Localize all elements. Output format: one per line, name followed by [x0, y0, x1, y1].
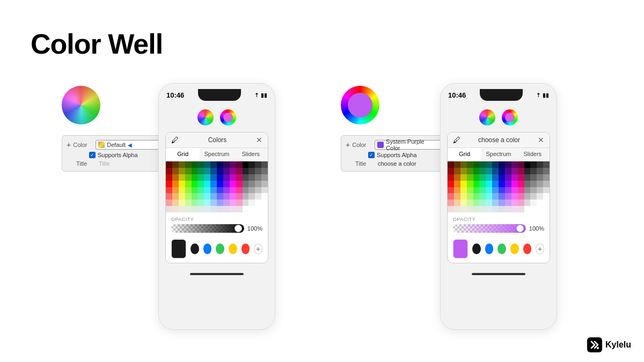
color-cell[interactable]: [210, 187, 217, 194]
color-cell[interactable]: [217, 187, 223, 194]
swatch-current-right[interactable]: [453, 239, 468, 258]
color-cell[interactable]: [460, 168, 467, 174]
color-cell[interactable]: [473, 168, 480, 174]
color-cell[interactable]: [473, 161, 480, 168]
color-cell[interactable]: [543, 181, 550, 187]
color-cell[interactable]: [166, 161, 172, 168]
color-cell[interactable]: [518, 206, 524, 212]
color-cell[interactable]: [192, 187, 198, 194]
color-value-right[interactable]: System Purple Color ◀: [375, 140, 449, 150]
color-ring-right[interactable]: [341, 86, 379, 124]
swatch-black-right[interactable]: [472, 243, 481, 254]
color-cell[interactable]: [166, 193, 172, 200]
color-cell[interactable]: [179, 187, 185, 194]
color-cell[interactable]: [454, 168, 460, 174]
color-cell[interactable]: [505, 187, 511, 194]
color-cell[interactable]: [236, 187, 243, 194]
color-sphere-left[interactable]: [62, 86, 174, 124]
color-cell[interactable]: [467, 206, 473, 212]
color-cell[interactable]: [217, 181, 223, 187]
color-cell[interactable]: [248, 161, 255, 168]
color-cell[interactable]: [243, 168, 249, 174]
color-cell[interactable]: [524, 193, 531, 200]
color-cell[interactable]: [530, 181, 537, 187]
color-cell[interactable]: [499, 193, 505, 200]
color-cell[interactable]: [261, 181, 268, 187]
color-cell[interactable]: [236, 168, 243, 174]
color-cell[interactable]: [543, 168, 550, 174]
color-cell[interactable]: [223, 193, 230, 200]
color-cell[interactable]: [243, 206, 249, 212]
add-swatch-right[interactable]: +: [536, 243, 544, 254]
swatch-blue-left[interactable]: [203, 243, 212, 254]
color-cell[interactable]: [248, 181, 255, 187]
color-cell[interactable]: [467, 161, 473, 168]
color-cell[interactable]: [499, 206, 505, 212]
color-cell[interactable]: [511, 174, 518, 181]
color-cell[interactable]: [230, 206, 236, 212]
plus-icon-right[interactable]: +: [346, 141, 350, 149]
checkbox-right[interactable]: ✓: [368, 152, 375, 158]
color-cell[interactable]: [185, 168, 192, 174]
color-cell[interactable]: [492, 187, 499, 194]
color-cell[interactable]: [460, 200, 467, 206]
color-cell[interactable]: [236, 193, 243, 200]
color-cell[interactable]: [537, 206, 543, 212]
color-cell[interactable]: [166, 174, 172, 181]
color-cell[interactable]: [454, 187, 460, 194]
color-cell[interactable]: [261, 187, 268, 194]
color-cell[interactable]: [479, 200, 486, 206]
color-cell[interactable]: [499, 181, 505, 187]
color-cell[interactable]: [210, 206, 217, 212]
color-cell[interactable]: [223, 174, 230, 181]
color-cell[interactable]: [479, 181, 486, 187]
color-cell[interactable]: [192, 193, 198, 200]
color-cell[interactable]: [255, 193, 261, 200]
color-cell[interactable]: [204, 174, 210, 181]
color-cell[interactable]: [530, 174, 537, 181]
color-cell[interactable]: [505, 161, 511, 168]
color-cell[interactable]: [210, 174, 217, 181]
color-cell[interactable]: [261, 174, 268, 181]
well-ring-left[interactable]: [220, 109, 236, 125]
color-cell[interactable]: [172, 193, 179, 200]
color-cell[interactable]: [537, 168, 543, 174]
color-cell[interactable]: [543, 187, 550, 194]
color-cell[interactable]: [499, 174, 505, 181]
color-cell[interactable]: [255, 187, 261, 194]
color-cell[interactable]: [197, 168, 204, 174]
color-cell[interactable]: [166, 168, 172, 174]
checkbox-left[interactable]: ✓: [89, 152, 96, 158]
color-cell[interactable]: [223, 206, 230, 212]
color-cell[interactable]: [243, 181, 249, 187]
color-cell[interactable]: [166, 206, 172, 212]
color-cell[interactable]: [479, 168, 486, 174]
color-cell[interactable]: [230, 187, 236, 194]
color-cell[interactable]: [505, 206, 511, 212]
color-cell[interactable]: [248, 174, 255, 181]
swatch-yellow-left[interactable]: [229, 243, 237, 254]
color-cell[interactable]: [185, 187, 192, 194]
color-cell[interactable]: [230, 168, 236, 174]
color-cell[interactable]: [204, 187, 210, 194]
color-cell[interactable]: [192, 168, 198, 174]
color-cell[interactable]: [192, 206, 198, 212]
color-cell[interactable]: [454, 161, 460, 168]
color-cell[interactable]: [179, 206, 185, 212]
color-cell[interactable]: [217, 206, 223, 212]
color-cell[interactable]: [172, 161, 179, 168]
title-input-left[interactable]: Title: [99, 160, 109, 167]
color-cell[interactable]: [518, 161, 524, 168]
color-cell[interactable]: [172, 200, 179, 206]
color-cell[interactable]: [236, 206, 243, 212]
color-cell[interactable]: [230, 161, 236, 168]
color-cell[interactable]: [261, 161, 268, 168]
color-cell[interactable]: [473, 187, 480, 194]
color-cell[interactable]: [255, 200, 261, 206]
color-cell[interactable]: [543, 193, 550, 200]
color-cell[interactable]: [185, 181, 192, 187]
color-cell[interactable]: [473, 174, 480, 181]
color-cell[interactable]: [467, 187, 473, 194]
swatch-black-left[interactable]: [191, 243, 199, 254]
color-cell[interactable]: [524, 187, 531, 194]
